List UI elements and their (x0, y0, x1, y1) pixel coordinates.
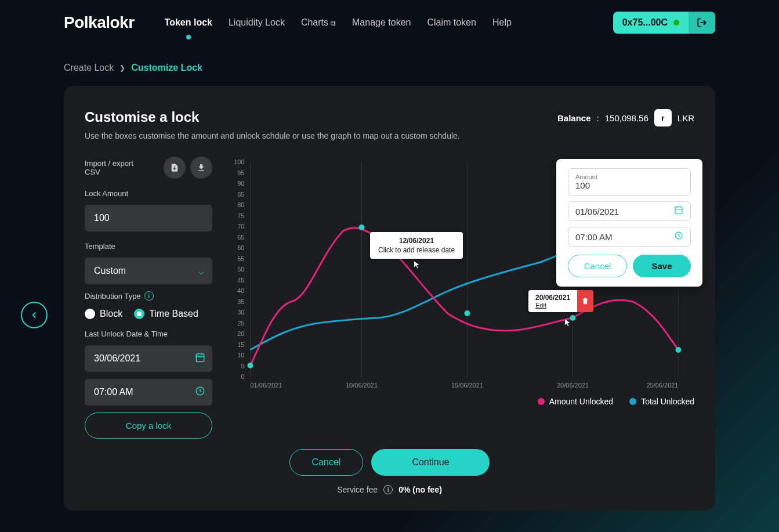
back-button[interactable] (21, 302, 48, 328)
main-card: Customise a lock Use the boxes customise… (64, 86, 715, 511)
last-unlock-date-input[interactable] (85, 345, 212, 372)
svg-text:85: 85 (237, 191, 244, 198)
service-fee-label: Service fee (337, 485, 378, 494)
wallet-address[interactable]: 0x75...00C (613, 12, 689, 34)
nav-help[interactable]: Help (492, 14, 512, 31)
wallet-address-text: 0x75...00C (622, 17, 668, 28)
legend-pink-label: Amount Unlocked (549, 397, 614, 406)
tooltip2-edit-link[interactable]: Edit (535, 302, 570, 309)
download-icon (197, 163, 206, 172)
legend-blue-label: Total Unlocked (641, 397, 694, 406)
lock-amount-input[interactable] (85, 205, 212, 231)
popup-date-input[interactable]: 01/06/2021 (575, 207, 674, 216)
brand-logo: Polkalokr (64, 13, 135, 32)
svg-text:55: 55 (237, 255, 244, 262)
radio-block[interactable]: Block (85, 309, 122, 319)
calendar-icon[interactable] (195, 352, 205, 365)
svg-text:5: 5 (241, 363, 244, 370)
svg-text:20: 20 (237, 330, 244, 337)
radio-unchecked-icon (85, 309, 95, 319)
info-icon[interactable]: i (144, 291, 154, 301)
y-axis-ticks: 0510152025303540455055606570758085909510… (234, 158, 244, 380)
top-navigation: Polkalokr Token lock Liquidity Lock Char… (0, 0, 779, 34)
csv-label: Import / export CSV (85, 159, 148, 176)
balance-label: Balance (557, 113, 591, 123)
svg-text:90: 90 (237, 180, 244, 187)
breadcrumb: Create Lock ❯ Customize Lock (0, 34, 779, 86)
footer-actions: Cancel Continue (85, 449, 694, 476)
svg-text:25: 25 (237, 320, 244, 327)
template-label: Template (85, 242, 212, 251)
copy-lock-button[interactable]: Copy a lock (85, 412, 212, 439)
nav-charts[interactable]: Charts⧉ (301, 14, 336, 31)
popup-time-input[interactable]: 07:00 AM (575, 232, 674, 242)
info-icon[interactable]: i (383, 485, 393, 494)
form-sidebar: Import / export CSV Lock Amount Template… (85, 157, 212, 439)
export-csv-button[interactable] (190, 157, 212, 179)
nav-token-lock[interactable]: Token lock (165, 14, 212, 31)
trash-icon (581, 297, 589, 305)
logout-icon (697, 17, 707, 28)
external-link-icon: ⧉ (331, 19, 336, 27)
clock-icon[interactable] (674, 231, 683, 243)
nav-manage-token[interactable]: Manage token (352, 14, 411, 31)
delete-marker-button[interactable] (577, 290, 593, 312)
radio-time-based[interactable]: Time Based (134, 309, 198, 319)
popup-cancel-button[interactable]: Cancel (568, 255, 627, 277)
radio-checked-icon (134, 309, 144, 319)
import-csv-button[interactable] (164, 157, 186, 179)
svg-text:40: 40 (237, 287, 244, 294)
svg-text:75: 75 (237, 212, 244, 219)
balance-display: Balance : 150,098.56 r LKR (557, 109, 694, 126)
service-fee-row: Service fee i 0% (no fee) (85, 485, 694, 494)
svg-text:100: 100 (234, 158, 244, 165)
chevron-right-icon: ❯ (119, 64, 125, 72)
svg-text:15: 15 (237, 341, 244, 348)
nav-liquidity-lock[interactable]: Liquidity Lock (229, 14, 285, 31)
nav-claim-token[interactable]: Claim token (427, 14, 476, 31)
edit-marker-tooltip: 20/06/2021 Edit (528, 290, 593, 312)
svg-text:35: 35 (237, 298, 244, 305)
svg-text:95: 95 (237, 169, 244, 176)
template-select[interactable]: Custom (85, 258, 212, 284)
lock-amount-label: Lock Amount (85, 189, 212, 198)
calendar-icon[interactable] (674, 205, 683, 217)
clock-icon[interactable] (195, 386, 205, 399)
svg-text:15/06/2021: 15/06/2021 (451, 382, 483, 389)
svg-text:25/06/2021: 25/06/2021 (646, 382, 678, 389)
legend-blue-dot-icon (629, 398, 636, 405)
radio-time-label: Time Based (149, 309, 198, 319)
marker-point[interactable] (676, 347, 682, 353)
chart-area[interactable]: 0510152025303540455055606570758085909510… (224, 157, 694, 439)
svg-text:60: 60 (237, 244, 244, 251)
svg-text:50: 50 (237, 266, 244, 273)
token-badge-icon: r (654, 109, 672, 126)
svg-text:10: 10 (237, 352, 244, 359)
chart-legend: Amount Unlocked Total Unlocked (224, 397, 694, 406)
token-symbol: LKR (677, 113, 694, 123)
tooltip-date: 12/06/2021 (378, 237, 455, 245)
breadcrumb-customize-lock: Customize Lock (131, 63, 202, 73)
cancel-button[interactable]: Cancel (289, 449, 364, 476)
svg-text:10/06/2021: 10/06/2021 (346, 382, 378, 389)
breadcrumb-create-lock[interactable]: Create Lock (64, 63, 114, 73)
marker-point[interactable] (248, 363, 253, 368)
popup-save-button[interactable]: Save (633, 255, 691, 277)
popup-amount-label: Amount (575, 173, 597, 180)
add-release-tooltip[interactable]: 12/06/2021 Click to add release date (370, 232, 463, 259)
x-axis-ticks: 01/06/2021 10/06/2021 15/06/2021 20/06/2… (251, 382, 679, 389)
svg-text:30: 30 (237, 309, 244, 316)
marker-point[interactable] (570, 315, 576, 321)
distribution-type-label: Distribution Type (85, 292, 141, 301)
marker-point[interactable] (465, 310, 470, 316)
continue-button[interactable]: Continue (371, 449, 490, 476)
disconnect-button[interactable] (689, 12, 715, 34)
popup-amount-input[interactable]: 100 (575, 180, 683, 190)
tooltip-hint: Click to add release date (378, 246, 455, 254)
edit-release-popup: Amount 100 01/06/2021 07:00 AM Cance (556, 159, 702, 287)
svg-rect-33 (675, 207, 682, 214)
last-unlock-time-input[interactable] (85, 379, 212, 406)
marker-point[interactable] (359, 225, 365, 230)
svg-rect-0 (196, 354, 204, 362)
chevron-left-icon (29, 310, 39, 320)
